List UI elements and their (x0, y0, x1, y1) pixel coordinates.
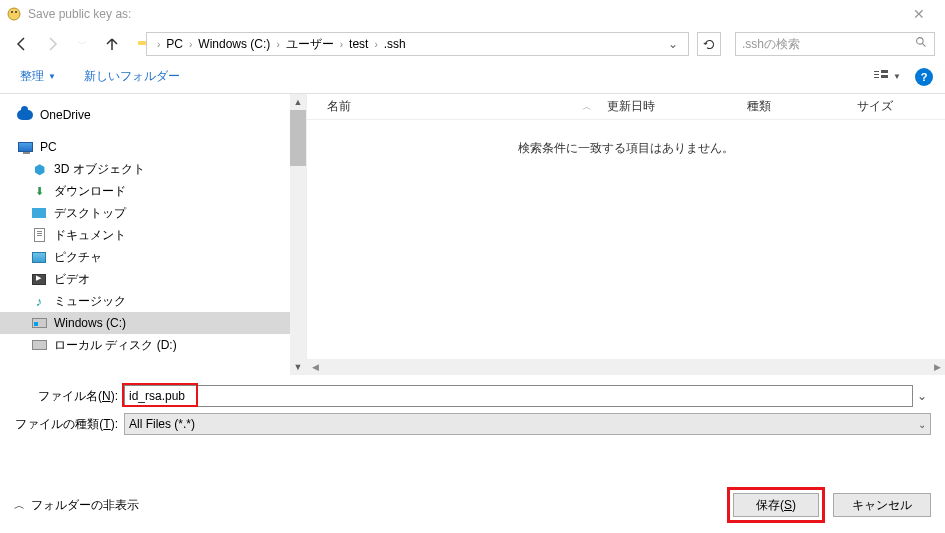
breadcrumb[interactable]: › PC › Windows (C:) › ユーザー › test › .ssh… (146, 32, 689, 56)
sidebar: OneDrive PC ⬢ 3D オブジェクト ⬇ ダウンロード デスクトップ (0, 94, 307, 375)
filename-input-wrap (124, 385, 913, 407)
back-button[interactable] (10, 32, 34, 56)
sidebar-item-documents[interactable]: ドキュメント (0, 224, 290, 246)
view-options-button[interactable]: ▼ (869, 66, 905, 88)
breadcrumb-item[interactable]: ユーザー (286, 36, 334, 53)
search-box[interactable] (735, 32, 935, 56)
search-input[interactable] (742, 37, 915, 51)
svg-rect-7 (874, 77, 879, 78)
chevron-right-icon: › (374, 39, 377, 50)
chevron-down-icon: ▼ (48, 72, 56, 81)
main-area: OneDrive PC ⬢ 3D オブジェクト ⬇ ダウンロード デスクトップ (0, 94, 945, 375)
refresh-button[interactable] (697, 32, 721, 56)
up-button[interactable] (100, 32, 124, 56)
cancel-button[interactable]: キャンセル (833, 493, 931, 517)
svg-rect-6 (874, 74, 879, 75)
svg-line-4 (922, 43, 925, 46)
music-icon: ♪ (30, 293, 48, 309)
help-button[interactable]: ? (915, 68, 933, 86)
filetype-label: ファイルの種類(T): (14, 416, 124, 433)
filetype-row: ファイルの種類(T): All Files (*.*) ⌄ (14, 413, 931, 435)
sidebar-item-music[interactable]: ♪ ミュージック (0, 290, 290, 312)
new-folder-button[interactable]: 新しいフォルダー (76, 64, 188, 89)
svg-rect-9 (881, 75, 888, 78)
sidebar-item-pc[interactable]: PC (0, 136, 290, 158)
app-icon (6, 6, 22, 22)
form-area: ファイル名(N): ⌄ ファイルの種類(T): All Files (*.*) … (0, 375, 945, 445)
filename-dropdown-button[interactable]: ⌄ (913, 389, 931, 403)
sidebar-scrollbar[interactable]: ▲ ▼ (290, 94, 306, 375)
titlebar: Save public key as: ✕ (0, 0, 945, 28)
download-icon: ⬇ (30, 183, 48, 199)
sidebar-item-videos[interactable]: ビデオ (0, 268, 290, 290)
scroll-track[interactable] (323, 359, 929, 375)
filename-label: ファイル名(N): (14, 388, 124, 405)
scroll-thumb[interactable] (290, 110, 306, 166)
breadcrumb-dropdown[interactable]: ⌄ (662, 37, 684, 51)
chevron-down-icon: ⌄ (918, 419, 926, 430)
chevron-right-icon: › (276, 39, 279, 50)
svg-rect-8 (881, 70, 888, 73)
filename-row: ファイル名(N): ⌄ (14, 385, 931, 407)
3d-icon: ⬢ (30, 161, 48, 177)
sidebar-item-pictures[interactable]: ピクチャ (0, 246, 290, 268)
toolbar: 整理▼ 新しいフォルダー ▼ ? (0, 60, 945, 94)
svg-rect-5 (874, 71, 879, 72)
search-icon (915, 36, 928, 52)
video-icon (30, 271, 48, 287)
organize-button[interactable]: 整理▼ (12, 64, 64, 89)
sidebar-item-drive-c[interactable]: Windows (C:) (0, 312, 290, 334)
footer: ︿ フォルダーの非表示 保存(S) キャンセル (14, 487, 931, 523)
svg-point-1 (11, 11, 13, 13)
recent-dropdown[interactable]: ﹀ (70, 32, 94, 56)
column-headers: 名前 ︿ 更新日時 種類 サイズ (307, 94, 945, 120)
breadcrumb-item[interactable]: Windows (C:) (198, 37, 270, 51)
chevron-right-icon: › (189, 39, 192, 50)
save-button[interactable]: 保存(S) (733, 493, 819, 517)
column-size[interactable]: サイズ (857, 98, 945, 115)
chevron-right-icon: › (340, 39, 343, 50)
sort-indicator-icon: ︿ (567, 100, 607, 114)
chevron-up-icon: ︿ (14, 498, 25, 513)
svg-point-3 (917, 38, 924, 45)
sidebar-item-drive-d[interactable]: ローカル ディスク (D:) (0, 334, 290, 356)
navbar: ﹀ › PC › Windows (C:) › ユーザー › test › .s… (0, 28, 945, 60)
forward-button[interactable] (40, 32, 64, 56)
column-type[interactable]: 種類 (747, 98, 857, 115)
column-name[interactable]: 名前 (327, 98, 567, 115)
scroll-left-arrow[interactable]: ◀ (307, 359, 323, 375)
monitor-icon (16, 139, 34, 155)
column-date[interactable]: 更新日時 (607, 98, 747, 115)
breadcrumb-item[interactable]: .ssh (384, 37, 406, 51)
horizontal-scrollbar[interactable]: ◀ ▶ (307, 359, 945, 375)
svg-point-2 (15, 11, 17, 13)
sidebar-item-desktop[interactable]: デスクトップ (0, 202, 290, 224)
scroll-right-arrow[interactable]: ▶ (929, 359, 945, 375)
breadcrumb-item[interactable]: PC (166, 37, 183, 51)
drive-icon (30, 315, 48, 331)
close-button[interactable]: ✕ (899, 6, 939, 22)
sidebar-item-onedrive[interactable]: OneDrive (0, 104, 290, 126)
save-button-highlight: 保存(S) (727, 487, 825, 523)
picture-icon (30, 249, 48, 265)
sidebar-item-3d-objects[interactable]: ⬢ 3D オブジェクト (0, 158, 290, 180)
scroll-down-arrow[interactable]: ▼ (290, 359, 306, 375)
drive-icon (30, 337, 48, 353)
svg-point-0 (8, 8, 20, 20)
breadcrumb-item[interactable]: test (349, 37, 368, 51)
empty-message: 検索条件に一致する項目はありません。 (307, 140, 945, 157)
filename-input[interactable] (124, 385, 913, 407)
window-title: Save public key as: (28, 7, 899, 21)
chevron-right-icon: › (157, 39, 160, 50)
scroll-up-arrow[interactable]: ▲ (290, 94, 306, 110)
sidebar-item-downloads[interactable]: ⬇ ダウンロード (0, 180, 290, 202)
file-list-area: 名前 ︿ 更新日時 種類 サイズ 検索条件に一致する項目はありません。 ◀ ▶ (307, 94, 945, 375)
hide-folders-toggle[interactable]: ︿ フォルダーの非表示 (14, 497, 139, 514)
desktop-icon (30, 205, 48, 221)
filetype-select[interactable]: All Files (*.*) ⌄ (124, 413, 931, 435)
chevron-down-icon: ▼ (893, 72, 901, 81)
document-icon (30, 227, 48, 243)
cloud-icon (16, 107, 34, 123)
